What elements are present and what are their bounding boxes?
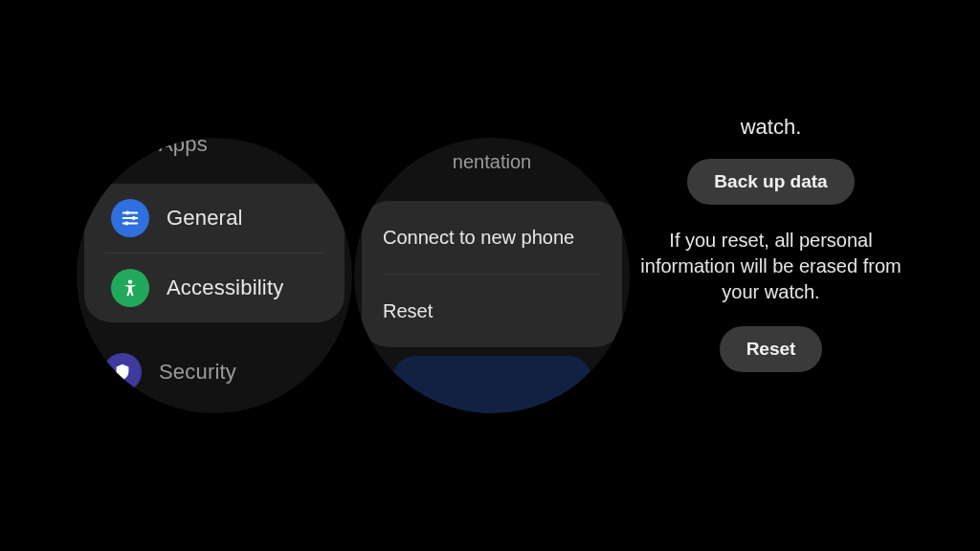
partial-text-top: nentation xyxy=(354,151,630,173)
watch-face-settings-list: Apps xyxy=(77,138,352,413)
list-item-connect-new-phone[interactable]: Connect to new phone xyxy=(362,201,622,274)
svg-point-0 xyxy=(116,138,120,142)
svg-point-7 xyxy=(125,210,129,214)
list-item-general[interactable]: General xyxy=(84,184,345,253)
general-card: Connect to new phone Reset xyxy=(362,201,622,347)
reset-button[interactable]: Reset xyxy=(720,326,823,372)
list-item-accessibility[interactable]: Accessibility xyxy=(84,253,345,322)
svg-point-1 xyxy=(124,138,128,142)
grid-icon xyxy=(112,138,133,155)
list-item-label: Apps xyxy=(159,138,208,157)
list-item-label: Security xyxy=(159,360,236,385)
sliders-icon-svg xyxy=(120,208,141,229)
reset-confirm-panel: watch. Back up data If you reset, all pe… xyxy=(639,115,902,372)
list-item-label: Accessibility xyxy=(167,276,283,300)
backup-data-button[interactable]: Back up data xyxy=(687,159,854,205)
list-item-security[interactable]: Security xyxy=(77,343,352,401)
sliders-icon xyxy=(111,199,149,237)
accessibility-icon xyxy=(111,269,149,307)
shield-icon-svg xyxy=(112,362,133,383)
watch-inner: Apps xyxy=(77,138,352,413)
shield-icon xyxy=(103,353,142,391)
partial-text-top: watch. xyxy=(741,115,802,140)
svg-point-2 xyxy=(116,146,120,150)
watch-face-general-menu: nentation Connect to new phone Reset xyxy=(354,138,630,413)
apps-icon xyxy=(103,138,142,164)
svg-point-8 xyxy=(132,216,136,220)
list-item-label: Connect to new phone xyxy=(383,227,574,249)
list-item-label: General xyxy=(167,206,243,231)
svg-point-10 xyxy=(128,279,132,283)
list-item-reset[interactable]: Reset xyxy=(362,275,622,347)
reset-warning-text: If you reset, all personal information w… xyxy=(639,228,902,305)
stage: Apps xyxy=(0,0,980,551)
partial-card-bottom[interactable] xyxy=(392,356,591,413)
list-item-label: Reset xyxy=(383,300,433,322)
settings-card: General Accessibility xyxy=(84,184,345,322)
svg-point-3 xyxy=(124,146,128,150)
list-item-apps[interactable]: Apps xyxy=(77,138,352,166)
svg-point-9 xyxy=(124,221,128,225)
person-icon xyxy=(120,277,141,298)
settings-list[interactable]: Apps xyxy=(77,138,352,401)
